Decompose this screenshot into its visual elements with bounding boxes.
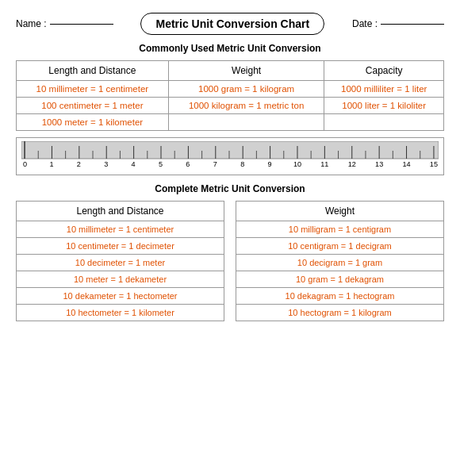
list-item: 10 centimeter = 1 decimeter (17, 238, 224, 255)
complete-length-row-3: 10 decimeter = 1 meter (17, 255, 224, 271)
col-header-length: Length and Distance (17, 61, 169, 81)
complete-length-row-6: 10 hectometer = 1 kilometer (17, 305, 224, 321)
complete-length-table: Length and Distance 10 millimeter = 1 ce… (16, 201, 224, 321)
table-row: 100 centimeter = 1 meter 1000 kilogram =… (17, 98, 444, 114)
list-item: 10 dekameter = 1 hectometer (17, 288, 224, 305)
complete-tables-container: Length and Distance 10 millimeter = 1 ce… (16, 201, 444, 321)
weight-row-3 (168, 114, 324, 131)
complete-weight-row-1: 10 milligram = 1 centigram (236, 221, 444, 238)
complete-length-row-1: 10 millimeter = 1 centimeter (17, 221, 224, 238)
svg-text:8: 8 (240, 160, 244, 168)
complete-length-row-5: 10 dekameter = 1 hectometer (17, 288, 224, 305)
date-line (381, 24, 444, 25)
list-item: 10 milligram = 1 centigram (236, 221, 444, 238)
svg-text:0: 0 (23, 160, 27, 168)
page-header: Name : Metric Unit Conversion Chart Date… (16, 13, 444, 35)
date-field: Date : (352, 18, 444, 29)
complete-length-header: Length and Distance (17, 202, 224, 221)
list-item: 10 centigram = 1 decigram (236, 238, 444, 255)
complete-weight-row-2: 10 centigram = 1 decigram (236, 238, 444, 255)
length-row-2: 100 centimeter = 1 meter (17, 98, 169, 114)
list-item: 10 decigram = 1 gram (236, 255, 444, 271)
capacity-row-3 (324, 114, 444, 131)
complete-weight-row-5: 10 dekagram = 1 hectogram (236, 288, 444, 305)
complete-weight-row-3: 10 decigram = 1 gram (236, 255, 444, 271)
length-row-1: 10 millimeter = 1 centimeter (17, 81, 169, 98)
list-item: 10 dekagram = 1 hectogram (236, 288, 444, 305)
list-item: 10 hectogram = 1 kilogram (236, 305, 444, 321)
svg-text:5: 5 (159, 160, 163, 168)
list-item: 10 hectometer = 1 kilometer (17, 305, 224, 321)
weight-row-1: 1000 gram = 1 kilogram (168, 81, 324, 98)
svg-text:14: 14 (402, 160, 410, 168)
svg-text:4: 4 (132, 160, 136, 168)
svg-text:12: 12 (348, 160, 356, 168)
svg-text:3: 3 (104, 160, 108, 168)
capacity-row-2: 1000 liter = 1 kiloliter (324, 98, 444, 114)
page-title: Metric Unit Conversion Chart (140, 13, 324, 35)
svg-rect-0 (21, 141, 439, 159)
ruler-svg: 0 1 2 3 4 5 6 7 8 9 10 11 12 13 14 15 (21, 141, 439, 171)
table-row: 1000 meter = 1 kilometer (17, 114, 444, 131)
name-line (50, 24, 113, 25)
complete-weight-header: Weight (236, 202, 444, 221)
common-section-title: Commonly Used Metric Unit Conversion (16, 43, 444, 54)
svg-text:1: 1 (49, 160, 53, 168)
common-conversion-table: Length and Distance Weight Capacity 10 m… (16, 60, 444, 131)
list-item: 10 decimeter = 1 meter (17, 255, 224, 271)
svg-text:13: 13 (375, 160, 383, 168)
svg-text:10: 10 (293, 160, 301, 168)
col-header-weight: Weight (168, 61, 324, 81)
col-header-capacity: Capacity (324, 61, 444, 81)
weight-row-2: 1000 kilogram = 1 metric ton (168, 98, 324, 114)
complete-length-row-4: 10 meter = 1 dekameter (17, 271, 224, 288)
svg-text:15: 15 (430, 160, 438, 168)
name-field: Name : (16, 18, 113, 29)
length-row-3: 1000 meter = 1 kilometer (17, 114, 169, 131)
svg-text:9: 9 (268, 160, 272, 168)
list-item: 10 gram = 1 dekagram (236, 271, 444, 288)
svg-text:6: 6 (186, 160, 190, 168)
list-item: 10 millimeter = 1 centimeter (17, 221, 224, 238)
complete-weight-row-4: 10 gram = 1 dekagram (236, 271, 444, 288)
svg-text:11: 11 (320, 160, 328, 168)
name-label: Name : (16, 18, 47, 29)
capacity-row-1: 1000 milliliter = 1 liter (324, 81, 444, 98)
complete-section-title: Complete Metric Unit Conversion (16, 183, 444, 194)
svg-text:2: 2 (77, 160, 81, 168)
list-item: 10 meter = 1 dekameter (17, 271, 224, 288)
table-row: 10 millimeter = 1 centimeter 1000 gram =… (17, 81, 444, 98)
complete-weight-table: Weight 10 milligram = 1 centigram 10 cen… (236, 201, 444, 321)
complete-length-row-2: 10 centimeter = 1 decimeter (17, 238, 224, 255)
complete-weight-row-6: 10 hectogram = 1 kilogram (236, 305, 444, 321)
date-label: Date : (352, 18, 378, 29)
ruler-container: 0 1 2 3 4 5 6 7 8 9 10 11 12 13 14 15 (16, 137, 444, 175)
svg-text:7: 7 (213, 160, 217, 168)
